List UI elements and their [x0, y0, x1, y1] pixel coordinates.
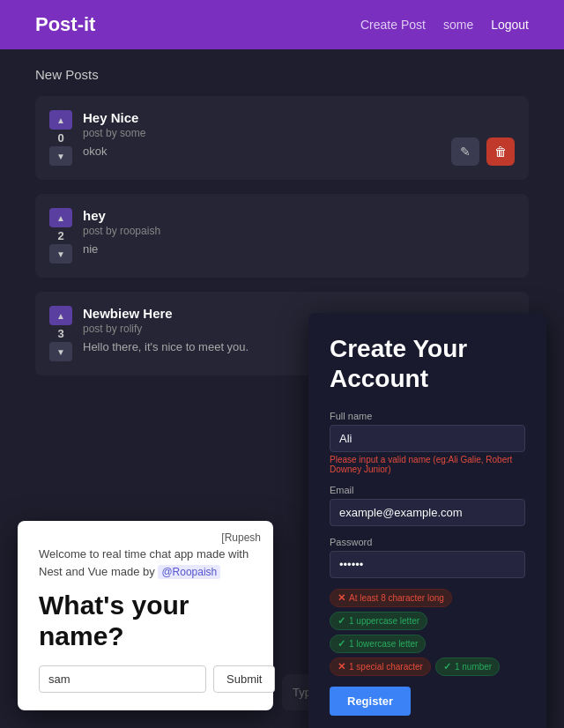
logout-button[interactable]: Logout — [491, 18, 529, 32]
hint-badge-special: ✕ 1 special character — [330, 657, 431, 676]
password-label: Password — [330, 537, 525, 547]
post-content: okok — [83, 145, 515, 158]
create-post-button[interactable]: Create Post — [360, 18, 426, 32]
current-user-label: some — [443, 18, 473, 32]
post-actions: ✎ 🗑 — [451, 137, 515, 166]
hint-pass-icon: ✓ — [338, 638, 345, 650]
email-input[interactable] — [330, 499, 525, 526]
email-label: Email — [330, 485, 525, 495]
vote-section: ▲ 0 ▼ — [49, 110, 72, 166]
vote-count: 0 — [49, 131, 72, 145]
hint-pass-icon: ✓ — [338, 615, 345, 627]
vote-section: ▲ 2 ▼ — [49, 208, 72, 264]
hint-pass-icon: ✓ — [443, 661, 451, 672]
password-group: Password — [330, 537, 525, 578]
full-name-error: Please input a valid name (eg:Ali Galie,… — [330, 455, 525, 474]
chat-name-input[interactable] — [39, 665, 206, 693]
vote-count: 3 — [49, 327, 72, 340]
downvote-button[interactable]: ▼ — [49, 146, 72, 166]
brand-logo: Post-it — [35, 13, 95, 36]
section-title: New Posts — [35, 67, 529, 82]
navbar-actions: Create Post some Logout — [360, 18, 529, 32]
post-title: hey — [83, 208, 515, 223]
password-input[interactable] — [330, 551, 525, 578]
chat-submit-button[interactable]: Submit — [213, 665, 275, 693]
hint-text: 1 lowercase letter — [349, 639, 418, 649]
hint-text: 1 number — [455, 662, 492, 672]
hint-text: 1 uppercase letter — [349, 616, 419, 626]
navbar: Post-it Create Post some Logout — [0, 0, 564, 49]
register-button[interactable]: Register — [330, 687, 411, 716]
full-name-group: Full name Please input a valid name (eg:… — [330, 411, 525, 474]
delete-post-button[interactable]: 🗑 — [486, 137, 515, 166]
chat-modal: [Rupesh Welcome to real time chat app ma… — [18, 521, 273, 710]
hint-fail-icon: ✕ — [338, 592, 345, 604]
upvote-button[interactable]: ▲ — [49, 306, 72, 325]
create-account-title: Create Your Account — [330, 334, 525, 393]
downvote-button[interactable]: ▼ — [49, 342, 72, 361]
full-name-input[interactable] — [330, 425, 525, 452]
hint-badge-length: ✕ At least 8 character long — [330, 589, 452, 607]
vote-section: ▲ 3 ▼ — [49, 306, 72, 361]
hint-fail-icon: ✕ — [338, 661, 345, 672]
chat-welcome: Welcome to real time chat app made with … — [39, 546, 252, 580]
downvote-button[interactable]: ▼ — [49, 244, 72, 264]
post-title: Hey Nice — [83, 110, 515, 125]
post-body: hey post by roopaish nie — [83, 208, 515, 256]
post-author: post by roopaish — [83, 225, 515, 237]
post-body: Hey Nice post by some okok — [83, 110, 515, 158]
chat-modal-header: [Rupesh — [221, 531, 261, 544]
post-content: nie — [83, 242, 515, 256]
vote-count: 2 — [49, 229, 72, 242]
create-account-panel: Create Your Account Full name Please inp… — [308, 313, 546, 728]
password-hints: ✕ At least 8 character long ✓ 1 uppercas… — [330, 589, 525, 676]
hint-text: 1 special character — [349, 662, 423, 672]
upvote-button[interactable]: ▲ — [49, 208, 72, 227]
post-card: ▲ 2 ▼ hey post by roopaish nie — [35, 194, 529, 278]
hint-badge-uppercase: ✓ 1 uppercase letter — [330, 612, 427, 630]
hint-badge-lowercase: ✓ 1 lowercase letter — [330, 635, 426, 653]
email-group: Email — [330, 485, 525, 526]
chat-mention: @Roopaish — [158, 565, 220, 579]
post-author: post by some — [83, 127, 515, 139]
hint-text: At least 8 character long — [349, 593, 444, 603]
hint-badge-number: ✓ 1 number — [435, 657, 500, 676]
chat-input-row: Submit — [39, 665, 252, 693]
full-name-label: Full name — [330, 411, 525, 421]
upvote-button[interactable]: ▲ — [49, 110, 72, 130]
post-card: ▲ 0 ▼ Hey Nice post by some okok ✎ 🗑 — [35, 96, 529, 180]
edit-post-button[interactable]: ✎ — [451, 137, 479, 166]
chat-question: What's your name? — [39, 591, 252, 651]
